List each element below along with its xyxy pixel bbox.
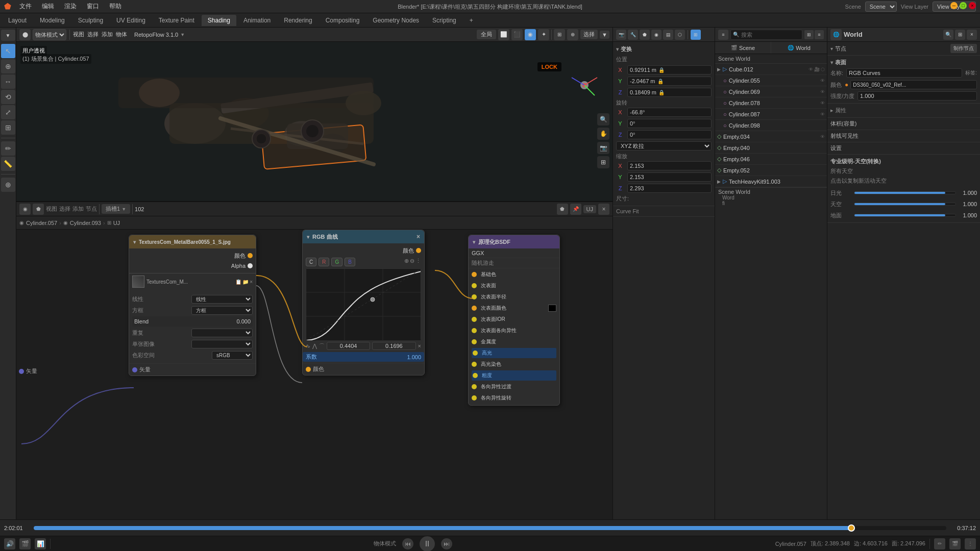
jump-forward-btn[interactable]: ⏭ (441, 538, 452, 549)
tab-geonodes[interactable]: Geometry Nodes (366, 15, 425, 26)
world-search-btn[interactable]: 🔍 (943, 30, 953, 40)
ne-use-nodes[interactable]: ⬟ (557, 204, 568, 215)
mode-selector[interactable]: ▼ (1, 30, 15, 41)
tab-layout[interactable]: Layout (2, 15, 33, 26)
ne-view-label[interactable]: 视图 (46, 205, 57, 213)
world-name-field[interactable]: RGB Curves (846, 68, 962, 78)
props-expand-btn[interactable]: ▸ 属性 (830, 106, 977, 115)
rot-x-value[interactable]: -66.8° (627, 108, 712, 117)
scene-tab[interactable]: 🎬 Scene (715, 42, 771, 54)
scene-coll-btn[interactable]: 选择 (580, 30, 598, 39)
zoom-reset-btn[interactable]: ⊕ (404, 258, 409, 266)
outliner-cyl098[interactable]: ○ Cylinder.098 (715, 120, 827, 131)
c-btn[interactable]: C (306, 258, 316, 266)
tab-compositing[interactable]: Compositing (320, 15, 366, 26)
menu-file[interactable]: 文件 (15, 1, 36, 12)
node-canvas[interactable]: 矢量 ▾ TexturesCom_MetalBare0055_1_S.jpg 颜… (16, 230, 612, 519)
zoom-icon[interactable]: 🔍 (597, 113, 609, 126)
loc-y-value[interactable]: -2.0467 m 🔒 (627, 77, 712, 86)
ne-node-icon[interactable]: ⬟ (33, 204, 44, 215)
overlay-icon[interactable]: ⊞ (597, 156, 609, 168)
settings-btn[interactable]: 设置 (830, 144, 977, 152)
filter-icon-2[interactable]: ≡ (815, 30, 824, 39)
curve-auto-icon[interactable]: ⌒ (319, 342, 325, 350)
loc-z-value[interactable]: 0.18409 m 🔒 (627, 88, 712, 97)
world-filter-btn[interactable]: ⊞ (955, 30, 965, 40)
tab-texture[interactable]: Texture Paint (153, 15, 201, 26)
viewport-shading-2[interactable]: ⬛ (511, 29, 523, 40)
curve-display[interactable] (306, 268, 421, 340)
ground-slider[interactable] (854, 214, 956, 217)
strength-field[interactable]: 1.000 (857, 91, 977, 101)
play-sound-btn[interactable]: 🔊 (4, 538, 15, 549)
ne-type-icon[interactable]: ◉ (19, 204, 31, 215)
outliner-cyl078[interactable]: ○ Cylinder.078 👁 (715, 97, 827, 109)
tool-measure[interactable]: 📏 (1, 157, 15, 171)
props-icon-active[interactable]: ⊞ (691, 30, 701, 40)
tab-scripting[interactable]: Scripting (426, 15, 462, 26)
sequencer-btn[interactable]: 📊 (35, 538, 46, 549)
zoom-out-btn[interactable]: ⊖ (410, 258, 414, 266)
menu-render[interactable]: 渲染 (60, 1, 81, 12)
timeline-progress-bar[interactable] (34, 526, 946, 530)
single-image-select[interactable] (191, 340, 253, 348)
sky-slider[interactable] (854, 203, 956, 206)
gizmo-btn[interactable]: ⊕ (567, 29, 578, 40)
viewport-shading-1[interactable]: ⬜ (498, 29, 509, 40)
scene-selector[interactable]: Scene (865, 2, 897, 12)
scale-z-value[interactable]: 2.293 (627, 184, 712, 193)
menu-help[interactable]: 帮助 (105, 1, 126, 12)
tool-transform[interactable]: ⊞ (1, 120, 15, 135)
more-curve-btn[interactable]: ⋮ (415, 258, 421, 266)
outliner-empty034[interactable]: ◇ Empty.034 👁 (715, 131, 827, 142)
view-menu[interactable]: 视图 (73, 31, 84, 38)
frame-select[interactable]: 方框 (191, 306, 253, 315)
ne-overlay[interactable]: UJ (583, 205, 596, 213)
3d-viewport[interactable]: LOCK (16, 42, 612, 201)
tool-select[interactable]: ↖ (1, 44, 15, 58)
transform-title[interactable]: ▾ 变换 (616, 44, 712, 55)
tab-shading[interactable]: Shading (202, 15, 236, 26)
render-info-btn[interactable]: 🎬 (949, 538, 961, 549)
bc-uj[interactable]: UJ (113, 220, 120, 226)
minimize-button[interactable]: ─ (950, 2, 958, 9)
delete-point-btn[interactable]: × (418, 343, 421, 349)
curve-x-val[interactable]: 0.4404 (327, 342, 370, 350)
colorspace-select[interactable]: sRGB (212, 351, 253, 360)
outliner-search[interactable]: 🔍 (730, 30, 802, 40)
props-icon-3[interactable]: ⬟ (640, 30, 650, 40)
surface-title[interactable]: ▾ 表面 (830, 58, 977, 67)
jump-backward-btn[interactable]: ⏮ (402, 538, 413, 549)
outliner-cyl069[interactable]: ○ Cylinder.069 👁 (715, 86, 827, 97)
b-btn[interactable]: B (345, 258, 355, 266)
more-sky-btn[interactable]: 点击以复制新活动天空 (830, 176, 977, 186)
outliner-cube012[interactable]: ▶ ▷ Cube.012 👁 🎥 ⬡ (715, 64, 827, 75)
tool-rotate[interactable]: ⟲ (1, 90, 15, 104)
view-mode-icon[interactable]: ⬤ (19, 29, 31, 40)
outliner-cyl055[interactable]: ○ Cylinder.055 👁 (715, 75, 827, 86)
tex-folder-btn[interactable]: 📁 (242, 279, 249, 285)
slot-selector[interactable]: 插槽1 ▼ (102, 204, 130, 214)
curve-handle-icon[interactable]: ⋀ (312, 343, 317, 349)
tool-annotate[interactable]: ✏ (1, 141, 15, 156)
render-preview-btn[interactable]: 🎬 (19, 538, 31, 549)
viewport-shading-3[interactable]: ◉ (525, 29, 536, 40)
props-icon-1[interactable]: 📷 (616, 30, 626, 40)
ne-select-label[interactable]: 选择 (59, 205, 70, 213)
r-btn[interactable]: R (318, 258, 329, 266)
add-menu[interactable]: 添加 (102, 31, 113, 38)
fullscreen-toggle[interactable]: 全局 (477, 30, 496, 39)
outliner-techkit[interactable]: ▶ ▷ TechHeavyKit91.003 (715, 176, 827, 187)
edit-keys-btn[interactable]: ✏ (934, 538, 945, 549)
close-button[interactable]: × (969, 2, 976, 9)
repeat-select[interactable] (191, 329, 253, 337)
props-icon-4[interactable]: ◉ (651, 30, 662, 40)
more-btn-status[interactable]: ⋮ (965, 538, 976, 549)
world-tab[interactable]: 🌐 World (771, 42, 827, 54)
search-input[interactable] (741, 32, 800, 38)
tab-rendering[interactable]: Rendering (278, 15, 318, 26)
timeline-handle[interactable] (848, 524, 855, 532)
bc-cylinder093[interactable]: Cylinder.093 (70, 220, 101, 226)
ray-vis-btn[interactable]: 射线可见性 (830, 132, 977, 140)
tool-cursor[interactable]: ⊕ (1, 59, 15, 73)
